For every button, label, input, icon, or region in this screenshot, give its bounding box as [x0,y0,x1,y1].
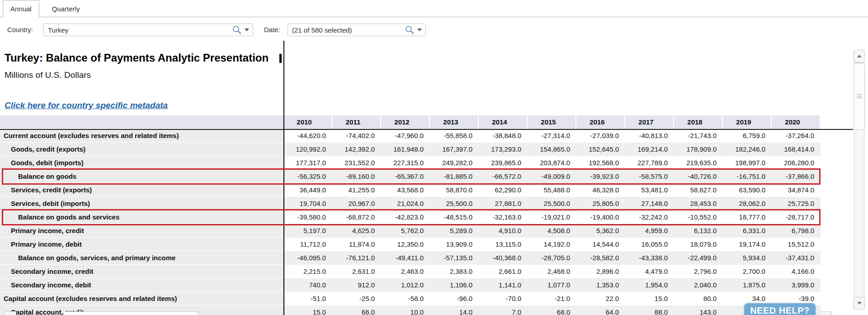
page-title: Turkey: Balance of Payments Analytic Pre… [5,52,280,64]
data-cell: -39,923.0 [576,170,625,183]
row-label: Balance on goods and services [0,210,283,224]
data-cell: 25,500.0 [528,197,576,210]
data-cell: 4,508.0 [528,224,576,238]
data-cell: 27,148.0 [625,197,674,210]
data-cell: 19,174.0 [723,238,772,251]
data-cell: -21,743.0 [674,129,723,143]
data-cell: -27,039.0 [576,129,625,143]
table-row: Services, debit (imports)19,704.020,967.… [0,197,821,210]
data-cell: -65,367.0 [381,170,430,183]
data-cell: 27,881.0 [479,197,528,210]
data-cell: 16,055.0 [625,238,674,251]
data-cell: 203,874.0 [528,156,576,170]
data-cell: 3,999.0 [772,278,821,292]
data-cell: 161,948.0 [381,143,430,156]
scroll-down-button[interactable] [854,297,865,310]
tab-quarterly[interactable]: Quarterly [45,0,87,17]
data-cell: 5,362.0 [576,224,625,238]
data-cell: 120,992.0 [283,143,332,156]
data-cell: -21.0 [528,292,576,305]
data-cell: 740.0 [283,278,332,292]
vertical-scrollbar-thumb[interactable] [854,63,865,130]
data-cell: 2,468.0 [528,265,576,278]
data-cell: -70.0 [479,292,528,305]
data-cell: -66,572.0 [479,170,528,183]
row-label: Current account (excludes reserves and r… [0,129,283,143]
year-header-cell: 2017 [625,115,673,129]
year-header-cell: 2014 [479,115,527,129]
scroll-up-button[interactable] [854,50,865,62]
data-cell: 4,479.0 [625,265,674,278]
data-cell: 25,725.0 [772,197,821,210]
chevron-down-icon[interactable] [245,29,249,31]
country-metadata-link[interactable]: Click here for country specific metadata [5,100,168,110]
data-cell: -28,582.0 [576,251,625,265]
data-cell: -56,325.0 [283,170,332,183]
table-row: Goods, credit (exports)120,992.0142,392.… [0,143,821,156]
table-row: Services, credit (exports)36,449.041,255… [0,183,821,197]
table-row: Capital account (excludes reserves and r… [0,292,821,305]
data-cell: 198,997.0 [723,156,772,170]
data-cell: 25,500.0 [430,197,479,210]
data-cell: 1,077.0 [528,278,576,292]
frozen-pane-divider [283,41,284,315]
data-cell: 182,246.0 [723,143,772,156]
data-cell: -74,402.0 [332,129,381,143]
data-cell: 21,024.0 [381,197,430,210]
data-cell: 2,796.0 [674,265,723,278]
data-cell: 28,062.0 [723,197,772,210]
data-cell: -37,431.0 [772,251,821,265]
row-label: Goods, credit (exports) [0,143,283,156]
row-label: Secondary income, credit [0,265,283,278]
data-cell: 206,280.0 [772,156,821,170]
data-cell: 227,789.0 [625,156,674,170]
data-cell: 58,627.0 [674,183,723,197]
data-cell: 7.0 [479,305,528,315]
data-cell: -43,338.0 [625,251,674,265]
data-cell: -40,368.0 [479,251,528,265]
data-cell: -28,717.0 [772,210,821,224]
data-cell: 2,215.0 [283,265,332,278]
country-combobox[interactable]: Turkey [43,24,253,36]
data-cell: -19,021.0 [528,210,576,224]
scroll-right-button[interactable] [819,311,832,315]
data-cell: 2,383.0 [430,265,479,278]
data-cell: -51.0 [283,292,332,305]
data-cell: 18,777.0 [723,210,772,224]
row-label: Secondary income, debit [0,278,283,292]
table-row: Primary income, credit5,197.04,625.05,76… [0,224,821,238]
data-cell: 173,293.0 [479,143,528,156]
data-cell: 5,762.0 [381,224,430,238]
data-cell: 15.0 [625,292,674,305]
data-cell: 168,414.0 [772,143,821,156]
date-label: Date: [264,24,280,36]
data-cell: 34,874.0 [772,183,821,197]
need-help-button[interactable]: NEED HELP? [744,303,816,315]
data-cell: -44,620.0 [283,129,332,143]
data-cell: 1,954.0 [625,278,674,292]
chevron-down-icon[interactable] [417,29,422,31]
scroll-left-button[interactable] [4,311,16,315]
data-cell: -49,009.0 [528,170,576,183]
data-cell: -55,858.0 [430,129,479,143]
tab-annual[interactable]: Annual [3,0,39,17]
data-cell: 192,568.0 [576,156,625,170]
data-cell: 36,449.0 [283,183,332,197]
data-cell: 167,397.0 [430,143,479,156]
data-cell: 80.0 [674,292,723,305]
data-cell: 88.0 [625,305,674,315]
search-icon[interactable] [232,25,242,35]
data-cell: 14.0 [430,305,479,315]
date-combobox[interactable]: (21 of 580 selected) [288,24,426,36]
data-cell: 169,214.0 [625,143,674,156]
grid-header-label-cell [0,115,283,129]
data-cell: 15,512.0 [772,238,821,251]
data-cell: -27,314.0 [528,129,576,143]
data-cell: -96.0 [430,292,479,305]
horizontal-scrollbar-thumb[interactable] [63,311,198,315]
app-window: Annual Quarterly Country: Turkey Date: (… [0,0,868,315]
search-icon[interactable] [405,25,415,35]
data-cell: 4,625.0 [332,224,381,238]
report-unit-subtitle: Millions of U.S. Dollars [5,70,91,80]
row-label: Goods, debit (imports) [0,156,283,170]
